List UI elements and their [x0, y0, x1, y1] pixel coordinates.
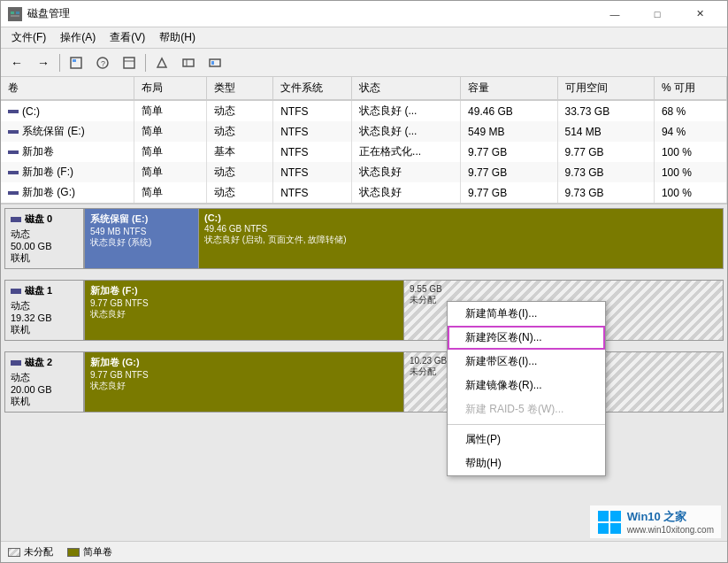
partition[interactable]: 新加卷 (F:) 9.77 GB NTFS 状态良好: [85, 281, 404, 340]
table-cell: 系统保留 (E:): [1, 121, 134, 142]
partition-name: (C:): [204, 212, 717, 223]
disk-title: 磁盘 2: [11, 356, 78, 369]
disk-section: 磁盘 1 动态 19.32 GB 联机 新加卷 (F:) 9.77 GB NTF…: [4, 280, 724, 341]
table-row[interactable]: 新加卷 (F:)简单动态NTFS状态良好9.77 GB9.73 GB100 %: [1, 162, 727, 182]
toolbar-sep-1: [59, 54, 60, 72]
svg-rect-14: [211, 61, 214, 65]
table-cell: 动态: [206, 162, 272, 182]
svg-rect-18: [610, 523, 621, 534]
toolbar-btn5[interactable]: [176, 51, 201, 74]
disk-section: 磁盘 0 动态 50.00 GB 联机 系统保留 (E:) 549 MB NTF…: [4, 208, 724, 269]
table-cell: (C:): [1, 100, 134, 121]
table-cell: NTFS: [273, 121, 352, 142]
watermark-info: Win10 之家 www.win10xitong.com: [627, 509, 714, 535]
svg-rect-2: [16, 12, 19, 14]
table-cell: 9.77 GB: [461, 162, 557, 182]
disk-title: 磁盘 1: [11, 284, 78, 297]
col-header-free[interactable]: 可用空间: [557, 77, 654, 100]
partition-status: 状态良好 (启动, 页面文件, 故障转储): [204, 234, 717, 246]
toolbar-back[interactable]: ←: [4, 51, 29, 74]
close-button[interactable]: ✕: [679, 2, 720, 27]
table-cell: 动态: [206, 100, 272, 121]
table-cell: 新加卷: [1, 142, 134, 162]
maximize-button[interactable]: □: [637, 2, 678, 27]
disk-title: 磁盘 0: [11, 212, 78, 226]
partition[interactable]: 新加卷 (G:) 9.77 GB NTFS 状态良好: [85, 352, 404, 412]
partition-size: 9.77 GB NTFS: [90, 298, 398, 308]
watermark: Win10 之家 www.win10xitong.com: [590, 505, 721, 538]
disk-info: 磁盘 0 动态 50.00 GB 联机: [4, 208, 84, 269]
table-cell: 549 MB: [461, 121, 557, 142]
table-cell: 100 %: [654, 142, 726, 162]
col-header-type[interactable]: 类型: [206, 77, 272, 100]
vol-icon: [8, 130, 19, 134]
ctx-new-spanned[interactable]: 新建跨区卷(N)...: [448, 326, 605, 350]
partition[interactable]: (C:) 49.46 GB NTFS 状态良好 (启动, 页面文件, 故障转储): [199, 209, 723, 268]
col-header-pct[interactable]: % 可用: [654, 77, 726, 100]
col-header-fs[interactable]: 文件系统: [273, 77, 352, 100]
menu-view[interactable]: 查看(V): [103, 28, 152, 48]
col-header-vol[interactable]: 卷: [1, 77, 134, 100]
toolbar-btn6[interactable]: [203, 51, 227, 74]
table-cell: 33.73 GB: [557, 100, 654, 121]
menu-help[interactable]: 帮助(H): [152, 28, 203, 48]
toolbar-btn2[interactable]: ?: [90, 51, 115, 74]
svg-rect-8: [124, 58, 134, 68]
partition[interactable]: 系统保留 (E:) 549 MB NTFS 状态良好 (系统): [85, 209, 199, 268]
window-title: 磁盘管理: [27, 6, 70, 21]
watermark-title: Win10 之家: [627, 510, 687, 523]
table-cell: NTFS: [273, 142, 352, 162]
partition-status: 状态良好 (系统): [90, 236, 193, 249]
toolbar-btn4[interactable]: [149, 51, 174, 74]
toolbar-sep-2: [145, 54, 146, 72]
disk-info: 磁盘 2 动态 20.00 GB 联机: [4, 351, 84, 413]
menu-action[interactable]: 操作(A): [53, 28, 103, 48]
table-cell: NTFS: [273, 162, 352, 182]
disk-size: 19.32 GB: [11, 312, 78, 323]
toolbar-forward[interactable]: →: [31, 51, 56, 74]
disk-partitions: 系统保留 (E:) 549 MB NTFS 状态良好 (系统) (C:) 49.…: [84, 208, 724, 269]
ctx-new-mirrored[interactable]: 新建镜像卷(R)...: [448, 374, 605, 397]
table-row[interactable]: 系统保留 (E:)简单动态NTFS状态良好 (...549 MB514 MB94…: [1, 121, 727, 142]
menu-bar: 文件(F) 操作(A) 查看(V) 帮助(H): [1, 27, 727, 49]
table-cell: 状态良好 (...: [352, 121, 461, 142]
disk-status: 联机: [11, 395, 78, 408]
vol-icon: [8, 150, 19, 154]
toolbar-btn1[interactable]: [64, 51, 88, 74]
col-header-layout[interactable]: 布局: [134, 77, 206, 100]
table-cell: 94 %: [654, 121, 726, 142]
svg-rect-3: [11, 15, 19, 17]
partition-unalloc-size: 9.55 GB: [410, 284, 717, 294]
table-row[interactable]: (C:)简单动态NTFS状态良好 (...49.46 GB33.73 GB68 …: [1, 100, 727, 121]
table-cell: NTFS: [273, 182, 352, 203]
table-cell: 68 %: [654, 100, 726, 121]
svg-rect-5: [73, 59, 76, 62]
legend-box-unallocated: [8, 548, 20, 557]
ctx-help[interactable]: 帮助(H): [448, 451, 605, 475]
menu-file[interactable]: 文件(F): [4, 28, 53, 48]
table-row[interactable]: 新加卷 (G:)简单动态NTFS状态良好9.77 GB9.73 GB100 %: [1, 182, 727, 203]
col-header-status[interactable]: 状态: [352, 77, 461, 100]
ctx-new-simple[interactable]: 新建简单卷(I)...: [448, 302, 605, 326]
disk-type: 动态: [11, 371, 78, 384]
disk-visual-area: 磁盘 0 动态 50.00 GB 联机 系统保留 (E:) 549 MB NTF…: [1, 204, 727, 541]
table-cell: 9.73 GB: [557, 162, 654, 182]
table-cell: 9.77 GB: [461, 182, 557, 203]
svg-rect-15: [598, 511, 609, 521]
partition-size: 49.46 GB NTFS: [204, 224, 717, 234]
svg-marker-10: [157, 58, 166, 67]
disk-id: 磁盘 0: [25, 212, 52, 226]
minimize-button[interactable]: —: [594, 2, 635, 27]
legend-label-unallocated: 未分配: [24, 545, 53, 559]
toolbar-btn3[interactable]: [117, 51, 142, 74]
ctx-properties[interactable]: 属性(P): [448, 428, 605, 451]
col-header-cap[interactable]: 容量: [461, 77, 557, 100]
svg-text:?: ?: [101, 59, 105, 68]
watermark-url: www.win10xitong.com: [627, 525, 714, 535]
table-row[interactable]: 新加卷简单基本NTFS正在格式化...9.77 GB9.77 GB100 %: [1, 142, 727, 162]
partition-size: 549 MB NTFS: [90, 227, 193, 236]
disk-status: 联机: [11, 251, 78, 265]
table-cell: 简单: [134, 142, 206, 162]
ctx-new-striped[interactable]: 新建带区卷(I)...: [448, 350, 605, 374]
legend-label-simple: 简单卷: [83, 545, 112, 559]
